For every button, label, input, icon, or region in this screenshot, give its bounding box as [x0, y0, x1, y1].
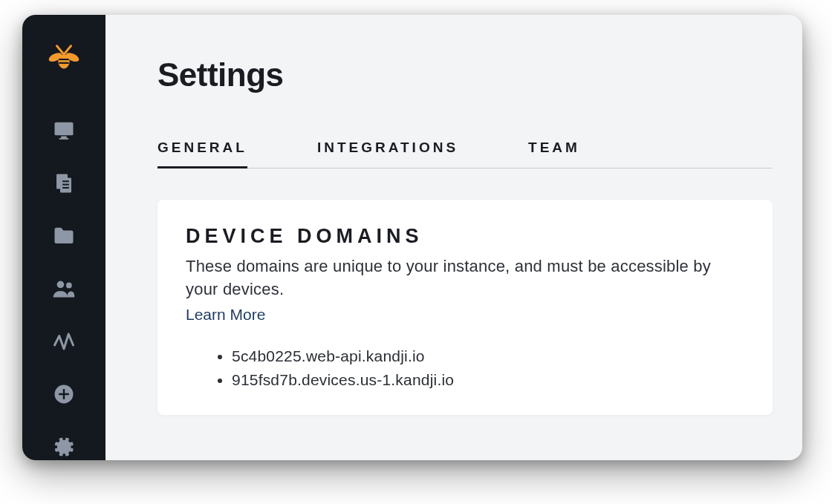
page-title: Settings — [157, 56, 773, 94]
card-description: These domains are unique to your instanc… — [186, 255, 744, 301]
svg-rect-6 — [61, 137, 67, 139]
domain-item: 915fsd7b.devices.us-1.kandji.io — [232, 368, 744, 393]
svg-rect-12 — [62, 187, 69, 189]
bee-logo-icon — [47, 42, 81, 79]
learn-more-link[interactable]: Learn More — [186, 306, 265, 324]
nav-activity[interactable] — [22, 327, 105, 355]
tab-integrations[interactable]: INTEGRATIONS — [317, 140, 458, 168]
tabs: GENERAL INTEGRATIONS TEAM — [157, 140, 773, 168]
app-window: Settings GENERAL INTEGRATIONS TEAM DEVIC… — [22, 15, 802, 460]
domain-list: 5c4b0225.web-api.kandji.io 915fsd7b.devi… — [186, 344, 744, 393]
tab-team[interactable]: TEAM — [528, 140, 580, 168]
main-content: Settings GENERAL INTEGRATIONS TEAM DEVIC… — [105, 15, 802, 460]
device-domains-card: DEVICE DOMAINS These domains are unique … — [157, 200, 773, 415]
svg-point-13 — [57, 281, 65, 288]
svg-rect-11 — [62, 184, 69, 186]
plus-circle-icon — [53, 383, 75, 405]
activity-icon — [53, 330, 75, 353]
nav-monitor[interactable] — [22, 117, 105, 145]
monitor-icon — [53, 120, 75, 142]
svg-rect-3 — [59, 59, 68, 60]
folder-icon — [53, 225, 75, 247]
clipboard-icon — [53, 172, 75, 194]
svg-rect-4 — [59, 62, 68, 64]
card-title: DEVICE DOMAINS — [186, 225, 744, 248]
users-icon — [52, 278, 76, 300]
domain-item: 5c4b0225.web-api.kandji.io — [232, 344, 744, 369]
svg-rect-10 — [62, 181, 69, 183]
svg-rect-7 — [59, 138, 69, 140]
sidebar — [22, 15, 105, 460]
tab-general[interactable]: GENERAL — [157, 140, 247, 168]
nav-folder[interactable] — [22, 223, 105, 250]
nav-clipboard[interactable] — [22, 170, 105, 197]
nav-settings[interactable] — [22, 433, 105, 460]
gear-icon — [53, 436, 75, 458]
svg-point-14 — [66, 283, 72, 289]
nav-users[interactable] — [22, 275, 105, 303]
svg-rect-17 — [59, 393, 69, 395]
nav-add[interactable] — [22, 380, 105, 408]
svg-rect-5 — [55, 122, 74, 136]
